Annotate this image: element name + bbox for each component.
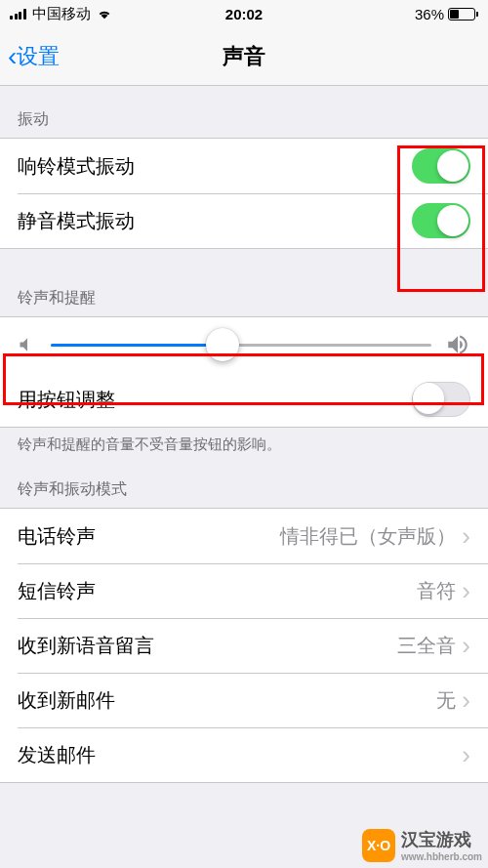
new-mail-row[interactable]: 收到新邮件 无 › <box>0 673 488 727</box>
chevron-left-icon: ‹ <box>8 43 17 70</box>
chevron-right-icon: › <box>462 742 470 767</box>
watermark-text: 汉宝游戏 <box>401 828 482 851</box>
cell-label: 短信铃声 <box>18 578 96 604</box>
ring-vibrate-label: 响铃模式振动 <box>18 153 135 180</box>
cell-label: 电话铃声 <box>18 523 96 550</box>
cell-value: 无 <box>436 687 456 714</box>
vibrate-group: 响铃模式振动 静音模式振动 <box>0 138 488 249</box>
signal-icon <box>10 8 26 20</box>
cell-label: 收到新邮件 <box>18 687 115 714</box>
text-tone-row[interactable]: 短信铃声 音符 › <box>0 563 488 618</box>
cell-value: 三全音 <box>397 633 456 659</box>
change-with-buttons-toggle[interactable] <box>412 382 470 417</box>
clock: 20:02 <box>225 6 263 22</box>
cell-value: 情非得已（女声版） <box>280 523 456 550</box>
sent-mail-row[interactable]: 发送邮件 › <box>0 727 488 782</box>
change-with-buttons-row: 用按钮调整 <box>0 372 488 427</box>
speaker-low-icon <box>18 335 37 354</box>
battery-percentage: 36% <box>415 6 444 22</box>
voicemail-row[interactable]: 收到新语音留言 三全音 › <box>0 618 488 673</box>
silent-vibrate-toggle[interactable] <box>412 203 470 238</box>
ringer-footer: 铃声和提醒的音量不受音量按钮的影响。 <box>0 428 488 462</box>
watermark-logo-icon: X·O <box>362 829 395 862</box>
battery-icon <box>448 8 478 21</box>
chevron-right-icon: › <box>462 633 470 658</box>
section-header-ringer: 铃声和提醒 <box>0 249 488 316</box>
back-label: 设置 <box>17 42 60 71</box>
patterns-group: 电话铃声 情非得已（女声版） › 短信铃声 音符 › 收到新语音留言 三全音 ›… <box>0 508 488 783</box>
change-with-buttons-label: 用按钮调整 <box>18 387 115 413</box>
chevron-right-icon: › <box>462 578 470 603</box>
cell-label: 发送邮件 <box>18 742 96 768</box>
status-bar: 中国移动 20:02 36% <box>0 0 488 27</box>
page-title: 声音 <box>223 42 265 71</box>
carrier-label: 中国移动 <box>32 5 91 23</box>
cell-value: 音符 <box>417 578 456 604</box>
back-button[interactable]: ‹ 设置 <box>8 42 60 71</box>
watermark: X·O 汉宝游戏 www.hbherb.com <box>362 828 482 862</box>
chevron-right-icon: › <box>462 687 470 713</box>
ringtone-row[interactable]: 电话铃声 情非得已（女声版） › <box>0 509 488 563</box>
nav-bar: ‹ 设置 声音 <box>0 27 488 86</box>
wifi-icon <box>97 8 112 20</box>
section-header-patterns: 铃声和振动模式 <box>0 462 488 508</box>
silent-vibrate-row: 静音模式振动 <box>0 193 488 248</box>
ring-vibrate-toggle[interactable] <box>412 148 470 184</box>
cell-label: 收到新语音留言 <box>18 633 154 659</box>
speaker-high-icon <box>445 332 470 357</box>
silent-vibrate-label: 静音模式振动 <box>18 208 135 234</box>
ring-vibrate-row: 响铃模式振动 <box>0 139 488 193</box>
section-header-vibrate: 振动 <box>0 86 488 138</box>
volume-slider[interactable] <box>51 344 431 347</box>
chevron-right-icon: › <box>462 523 470 549</box>
volume-slider-row <box>0 317 488 372</box>
watermark-url: www.hbherb.com <box>401 851 482 862</box>
ringer-group: 用按钮调整 <box>0 316 488 428</box>
